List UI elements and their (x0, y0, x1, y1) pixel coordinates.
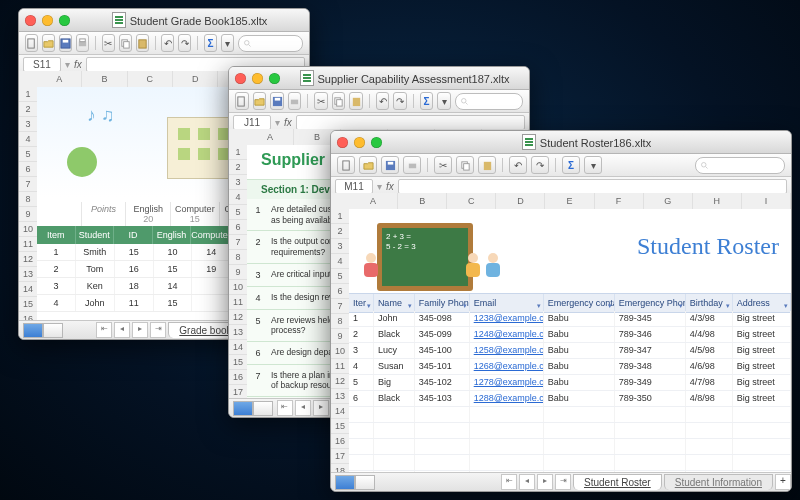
sum-button[interactable]: Σ (562, 156, 580, 174)
search-input[interactable] (455, 93, 523, 110)
normal-view-button[interactable] (23, 323, 43, 338)
email-link[interactable]: 1238@example.com (470, 311, 544, 326)
row-headers[interactable]: 1234567891011121314151617181920 (331, 209, 350, 473)
empty-row[interactable] (349, 407, 791, 423)
tab-nav-prev[interactable]: ◂ (519, 474, 535, 490)
fx-icon[interactable]: fx (74, 59, 82, 70)
column-header[interactable]: English (153, 226, 192, 244)
sort-button[interactable]: ▾ (221, 34, 234, 52)
cell-reference[interactable]: M11 (335, 179, 373, 194)
new-button[interactable] (25, 34, 38, 52)
sum-button[interactable]: Σ (204, 34, 217, 52)
minimize-icon[interactable] (252, 73, 263, 84)
copy-button[interactable] (119, 34, 132, 52)
email-link[interactable]: 1268@example.com (470, 359, 544, 374)
column-header[interactable]: Family Phon (415, 294, 470, 312)
undo-button[interactable]: ↶ (161, 34, 174, 52)
fx-icon[interactable]: fx (284, 117, 292, 128)
search-input[interactable] (238, 35, 303, 52)
column-header[interactable]: Birthday (686, 294, 733, 312)
close-icon[interactable] (235, 73, 246, 84)
sheet-canvas[interactable]: 2 + 3 = 5 - 2 = 3 Student Roster IterNam… (349, 209, 791, 473)
redo-button[interactable]: ↷ (531, 156, 549, 174)
tab-nav-prev[interactable]: ◂ (114, 322, 130, 338)
normal-view-button[interactable] (233, 401, 253, 416)
select-all-corner[interactable] (19, 71, 38, 88)
tab-nav-last[interactable]: ⇥ (555, 474, 571, 490)
table-row[interactable]: 3Lucy345-1001258@example.comBabu789-3474… (349, 343, 791, 359)
undo-button[interactable]: ↶ (376, 92, 390, 110)
tab-nav-next[interactable]: ▸ (313, 400, 329, 416)
tab-nav-last[interactable]: ⇥ (150, 322, 166, 338)
print-button[interactable] (76, 34, 89, 52)
cut-button[interactable]: ✂ (314, 92, 328, 110)
tab-nav-first[interactable]: ⇤ (96, 322, 112, 338)
cell-reference[interactable]: S11 (23, 57, 61, 72)
save-button[interactable] (59, 34, 72, 52)
tab-nav-next[interactable]: ▸ (132, 322, 148, 338)
column-header[interactable]: Computer (191, 226, 232, 244)
undo-button[interactable]: ↶ (509, 156, 527, 174)
tab-nav-first[interactable]: ⇤ (277, 400, 293, 416)
zoom-icon[interactable] (371, 137, 382, 148)
open-button[interactable] (42, 34, 55, 52)
email-link[interactable]: 1248@example.com (470, 327, 544, 342)
copy-button[interactable] (332, 92, 346, 110)
fx-icon[interactable]: fx (386, 181, 394, 192)
column-header[interactable]: Emergency conta (544, 294, 615, 312)
sort-button[interactable]: ▾ (584, 156, 602, 174)
column-header[interactable]: Item (37, 226, 76, 244)
table-row[interactable]: 1John345-0981238@example.comBabu789-3454… (349, 311, 791, 327)
minimize-icon[interactable] (354, 137, 365, 148)
page-view-button[interactable] (355, 475, 375, 490)
search-input[interactable] (695, 157, 785, 174)
select-all-corner[interactable] (331, 193, 350, 210)
open-button[interactable] (253, 92, 267, 110)
print-button[interactable] (288, 92, 302, 110)
column-header[interactable]: Email (470, 294, 544, 312)
paste-button[interactable] (478, 156, 496, 174)
row-headers[interactable]: 123456789101112131415161718 (229, 145, 248, 399)
row-headers[interactable]: 12345678910111213141516 (19, 87, 38, 321)
titlebar[interactable]: Student Grade Book185.xltx (19, 9, 309, 32)
zoom-icon[interactable] (269, 73, 280, 84)
empty-row[interactable] (349, 423, 791, 439)
email-link[interactable]: 1278@example.com (470, 375, 544, 390)
empty-row[interactable] (349, 455, 791, 471)
add-sheet-button[interactable]: + (775, 474, 791, 490)
column-header[interactable]: ID (114, 226, 153, 244)
sort-button[interactable]: ▾ (437, 92, 451, 110)
table-row[interactable]: 6Black345-1031288@example.comBabu789-350… (349, 391, 791, 407)
redo-button[interactable]: ↷ (393, 92, 407, 110)
empty-row[interactable] (349, 439, 791, 455)
formula-input[interactable] (296, 115, 525, 130)
open-button[interactable] (359, 156, 377, 174)
column-header[interactable]: Iter (349, 294, 374, 312)
tab-nav-prev[interactable]: ◂ (295, 400, 311, 416)
new-button[interactable] (235, 92, 249, 110)
tab-nav-next[interactable]: ▸ (537, 474, 553, 490)
column-header[interactable]: Name (374, 294, 415, 312)
column-headers[interactable]: ABCDEFGHI (349, 193, 791, 210)
zoom-icon[interactable] (59, 15, 70, 26)
titlebar[interactable]: Student Roster186.xltx (331, 131, 791, 154)
print-button[interactable] (403, 156, 421, 174)
save-button[interactable] (381, 156, 399, 174)
titlebar[interactable]: Supplier Capability Assessment187.xltx (229, 67, 529, 90)
page-view-button[interactable] (253, 401, 273, 416)
paste-button[interactable] (136, 34, 149, 52)
page-view-button[interactable] (43, 323, 63, 338)
new-button[interactable] (337, 156, 355, 174)
copy-button[interactable] (456, 156, 474, 174)
save-button[interactable] (270, 92, 284, 110)
cell-reference[interactable]: J11 (233, 115, 271, 130)
normal-view-button[interactable] (335, 475, 355, 490)
formula-input[interactable] (398, 179, 787, 194)
cut-button[interactable]: ✂ (434, 156, 452, 174)
select-all-corner[interactable] (229, 129, 248, 146)
sum-button[interactable]: Σ (420, 92, 434, 110)
close-icon[interactable] (25, 15, 36, 26)
column-header[interactable]: Address (733, 294, 791, 312)
tab-nav-first[interactable]: ⇤ (501, 474, 517, 490)
column-header[interactable]: Emergency Phon (615, 294, 686, 312)
